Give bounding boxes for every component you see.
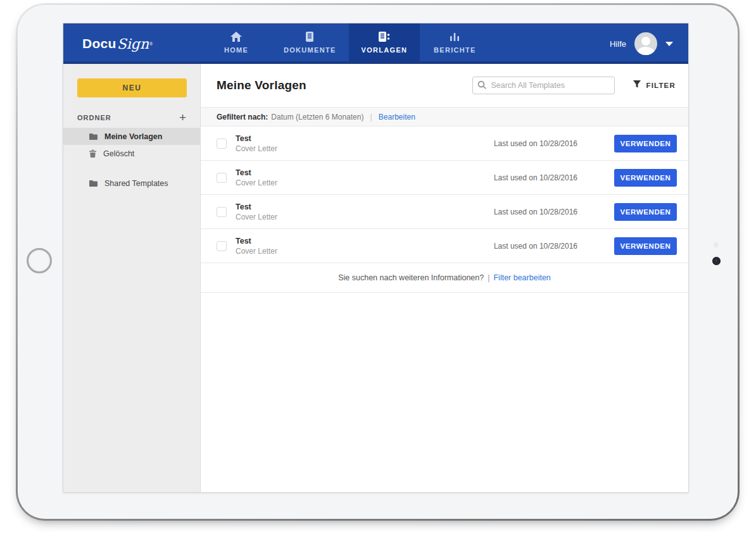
sidebar-item-label: Gelöscht <box>103 149 134 158</box>
nav-tabs: HOME DOKUMENTE VORLAGEN <box>201 23 489 64</box>
row-text: Test Cover Letter <box>236 237 277 256</box>
logo-text-docu: Docu <box>82 36 117 51</box>
tab-dokumente[interactable]: DOKUMENTE <box>271 23 349 64</box>
docusign-logo: DocuSign® <box>63 23 201 64</box>
tab-vorlagen-label: VORLAGEN <box>362 46 408 54</box>
page-title: Meine Vorlagen <box>217 78 306 92</box>
more-info-question: Sie suchen nach weiteren Informationen? <box>338 273 484 282</box>
app-body: NEU ORDNER + Meine Vorlagen Gelöscht <box>63 64 688 492</box>
home-icon <box>230 30 243 43</box>
folder-icon <box>89 180 98 187</box>
row-text: Test Cover Letter <box>236 168 277 187</box>
template-subtitle: Cover Letter <box>236 213 277 221</box>
verwenden-button[interactable]: VERWENDEN <box>614 169 677 187</box>
more-info-separator: | <box>488 273 489 282</box>
folder-icon <box>89 133 98 140</box>
search-input[interactable] <box>472 77 615 94</box>
logo-text-sign: Sign <box>117 36 149 52</box>
tablet-device-frame: DocuSign® HOME DOKUMENTE <box>16 3 740 521</box>
tab-berichte-label: BERICHTE <box>434 46 476 54</box>
filter-edit-link[interactable]: Bearbeiten <box>379 113 415 121</box>
template-row: Test Cover Letter Last used on 10/28/201… <box>201 127 688 161</box>
sidebar-spacer <box>63 162 200 175</box>
main-content: Meine Vorlagen FILTER <box>201 64 688 492</box>
filter-button[interactable]: FILTER <box>633 80 676 91</box>
new-button[interactable]: NEU <box>77 78 187 97</box>
row-text: Test Cover Letter <box>236 134 277 153</box>
filter-button-label: FILTER <box>646 82 676 89</box>
document-icon <box>305 30 314 43</box>
sidebar-item-geloescht[interactable]: Gelöscht <box>63 145 200 162</box>
more-info-row: Sie suchen nach weiteren Informationen? … <box>201 263 688 293</box>
filter-bar-prefix: Gefiltert nach: <box>217 113 268 121</box>
row-checkbox[interactable] <box>217 207 227 217</box>
last-used-label: Last used on 10/28/2016 <box>494 208 614 216</box>
tab-vorlagen[interactable]: VORLAGEN <box>349 23 420 64</box>
filter-bar: Gefiltert nach: Datum (Letzten 6 Monaten… <box>201 107 688 127</box>
template-name: Test <box>236 134 277 143</box>
top-nav: DocuSign® HOME DOKUMENTE <box>63 23 688 64</box>
last-used-label: Last used on 10/28/2016 <box>494 139 614 148</box>
logo-registered-mark: ® <box>149 42 153 46</box>
trash-icon <box>89 149 97 158</box>
filter-funnel-icon <box>633 80 641 91</box>
sidebar-item-label: Meine Vorlagen <box>104 132 162 141</box>
sidebar-item-shared-templates[interactable]: Shared Templates <box>63 175 200 192</box>
last-used-label: Last used on 10/28/2016 <box>494 173 614 182</box>
main-header: Meine Vorlagen FILTER <box>201 64 688 107</box>
template-subtitle: Cover Letter <box>236 144 277 153</box>
user-avatar[interactable] <box>634 32 657 55</box>
last-used-label: Last used on 10/28/2016 <box>494 242 614 251</box>
search-box <box>472 77 615 94</box>
template-row: Test Cover Letter Last used on 10/28/201… <box>201 195 688 229</box>
verwenden-button[interactable]: VERWENDEN <box>614 203 677 221</box>
template-subtitle: Cover Letter <box>236 178 277 187</box>
row-checkbox[interactable] <box>217 139 227 149</box>
template-row: Test Cover Letter Last used on 10/28/201… <box>201 161 688 195</box>
row-checkbox[interactable] <box>217 241 227 251</box>
add-folder-icon[interactable]: + <box>179 113 186 123</box>
template-name: Test <box>236 237 277 245</box>
folders-header: ORDNER + <box>77 113 186 123</box>
template-row: Test Cover Letter Last used on 10/28/201… <box>201 229 688 263</box>
bar-chart-icon <box>448 30 461 43</box>
row-text: Test Cover Letter <box>236 202 277 221</box>
sidebar-item-label: Shared Templates <box>104 179 168 188</box>
verwenden-button[interactable]: VERWENDEN <box>614 237 677 255</box>
chevron-down-icon[interactable] <box>665 42 673 46</box>
tab-dokumente-label: DOKUMENTE <box>284 46 336 54</box>
tab-berichte[interactable]: BERICHTE <box>420 23 489 64</box>
template-icon <box>378 30 391 43</box>
tablet-sensor-dot <box>714 242 719 247</box>
nav-right-section: Hilfe <box>610 23 688 64</box>
filter-bar-separator: | <box>370 112 372 121</box>
template-subtitle: Cover Letter <box>236 247 277 256</box>
filter-bar-value: Datum (Letzten 6 Monaten) <box>271 113 363 121</box>
tablet-home-button[interactable] <box>27 248 52 273</box>
tablet-camera <box>712 257 721 265</box>
row-checkbox[interactable] <box>217 173 227 183</box>
tab-home[interactable]: HOME <box>201 23 271 64</box>
sidebar: NEU ORDNER + Meine Vorlagen Gelöscht <box>63 64 201 492</box>
sidebar-item-meine-vorlagen[interactable]: Meine Vorlagen <box>63 128 200 145</box>
template-name: Test <box>236 168 277 177</box>
template-name: Test <box>236 202 277 211</box>
search-icon <box>477 80 487 92</box>
folders-header-label: ORDNER <box>77 114 111 121</box>
tab-home-label: HOME <box>224 46 248 54</box>
verwenden-button[interactable]: VERWENDEN <box>614 135 677 152</box>
edit-filter-link[interactable]: Filter bearbeiten <box>493 273 550 282</box>
app-screen: DocuSign® HOME DOKUMENTE <box>63 23 688 492</box>
help-link[interactable]: Hilfe <box>610 39 626 49</box>
